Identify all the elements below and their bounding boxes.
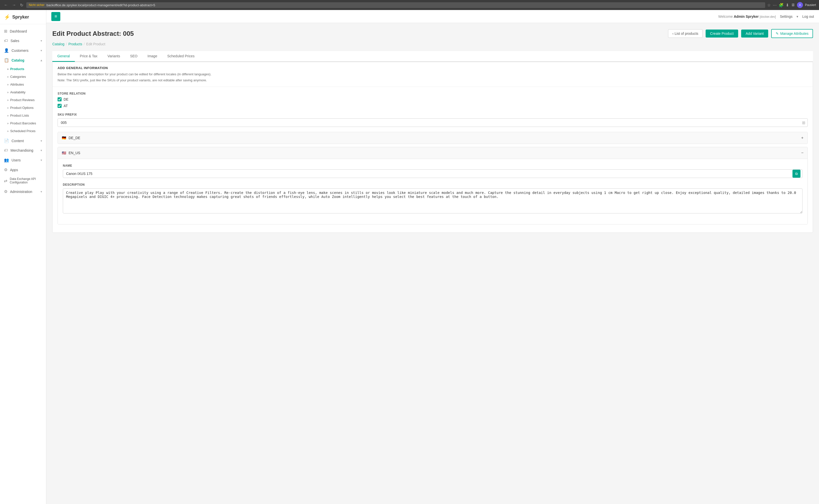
checkbox-de-input[interactable] (58, 97, 62, 101)
manage-attributes-button[interactable]: ✎ Manage Attributes (771, 29, 813, 38)
locale-en-us-body: NAME ⧉ DESCRIPTION (58, 159, 807, 224)
logout-link[interactable]: Log out (802, 15, 814, 19)
sidebar-sub-label: Availability (10, 90, 26, 94)
chevron-down-icon: ▾ (41, 158, 42, 162)
tabs-bar: General Price & Tax Variants SEO Image S… (52, 51, 813, 62)
sidebar-item-products[interactable]: » Products (0, 65, 46, 73)
sidebar-item-label: Users (12, 158, 21, 162)
app-layout: ⚡ Spryker ⊞ Dashboard 🏷 Sales ▾ 👤 Custom… (0, 10, 819, 504)
sidebar-item-users[interactable]: 👥 Users ▾ (0, 155, 46, 165)
description-textarea[interactable]: Creative play Play with your creativity … (63, 188, 802, 213)
url-bar[interactable]: Nicht sicher backoffice.de.spryker.local… (26, 2, 765, 8)
back-button[interactable]: ← (3, 2, 9, 8)
catalog-icon: 📋 (4, 58, 9, 63)
sidebar-item-data-exchange[interactable]: ⇄ Data Exchange API Configuration (0, 175, 46, 187)
sidebar-item-attributes[interactable]: » Attributes (0, 81, 46, 88)
sku-prefix-label: SKU PREFIX (58, 113, 808, 116)
tab-price-tax[interactable]: Price & Tax (75, 51, 103, 62)
sidebar-sub-label: Product Reviews (10, 98, 35, 102)
forward-button[interactable]: → (11, 2, 17, 8)
chevron-right-icon: » (7, 83, 9, 86)
section-title: ADD GENERAL INFORMATION (58, 66, 808, 70)
sidebar-sub-label: Product Barcodes (10, 121, 36, 125)
locale-de-de-header[interactable]: 🇩🇪 DE_DE + (58, 132, 807, 144)
chevron-down-icon: ▾ (41, 149, 42, 152)
chevron-right-icon: » (7, 106, 9, 110)
tab-variants[interactable]: Variants (102, 51, 125, 62)
locale-en-us-header[interactable]: 🇺🇸 EN_US − (58, 147, 807, 159)
sidebar-item-content[interactable]: 📄 Content ▾ (0, 136, 46, 146)
apps-icon: ⚙ (4, 167, 8, 172)
sidebar-item-product-reviews[interactable]: » Product Reviews (0, 96, 46, 104)
sidebar-item-product-lists[interactable]: » Product Lists (0, 112, 46, 119)
sidebar-item-dashboard[interactable]: ⊞ Dashboard (0, 26, 46, 36)
add-variant-button[interactable]: Add Variant (741, 30, 768, 38)
data-exchange-icon: ⇄ (4, 178, 7, 183)
checkbox-de-label: DE (64, 97, 68, 101)
checkbox-at-input[interactable] (58, 104, 62, 108)
sidebar-logo: ⚡ Spryker (0, 10, 46, 24)
page-header: Edit Product Abstract: 005 ‹ List of pro… (52, 29, 813, 38)
sidebar-item-product-options[interactable]: » Product Options (0, 104, 46, 112)
breadcrumb-catalog[interactable]: Catalog (52, 42, 64, 46)
sidebar-item-categories[interactable]: » Categories (0, 73, 46, 81)
sidebar-item-administration[interactable]: ⚙ Administration ▾ (0, 187, 46, 196)
logo-icon: ⚡ (4, 14, 10, 20)
sidebar-item-label: Merchandising (11, 148, 33, 152)
breadcrumb-products[interactable]: Products (68, 42, 82, 46)
sidebar-item-customers[interactable]: 👤 Customers ▾ (0, 46, 46, 55)
bookmark-icon[interactable]: ☆ (767, 3, 771, 8)
profile-avatar[interactable]: A (797, 2, 803, 8)
sidebar-item-apps[interactable]: ⚙ Apps (0, 165, 46, 175)
menu-toggle-button[interactable]: ≡ (51, 12, 60, 21)
create-product-button[interactable]: Create Product (706, 30, 738, 38)
sku-prefix-input[interactable] (58, 118, 808, 127)
settings-link[interactable]: Settings (780, 15, 793, 19)
logo-text: Spryker (12, 15, 29, 20)
edit-icon: ✎ (776, 32, 779, 36)
browser-actions: ☆ ⋯ 🧩 ⬇ 🖥 A Pausiert (767, 2, 816, 8)
tab-image[interactable]: Image (142, 51, 162, 62)
users-icon: 👥 (4, 158, 9, 162)
reload-button[interactable]: ↻ (19, 2, 24, 9)
list-of-products-button[interactable]: ‹ List of products (668, 29, 703, 38)
sidebar-item-product-barcodes[interactable]: » Product Barcodes (0, 119, 46, 127)
top-header: ≡ Welcome Admin Spryker [docker.dev] Set… (46, 10, 819, 23)
sidebar-item-label: Administration (10, 190, 32, 194)
checkbox-de[interactable]: DE (58, 97, 808, 101)
store-relation-section: STORE RELATION DE AT (58, 92, 808, 108)
name-group: NAME ⧉ (63, 164, 802, 178)
sales-icon: 🏷 (4, 39, 8, 43)
minus-icon: − (801, 151, 803, 155)
sidebar-item-scheduled-prices[interactable]: » Scheduled Prices (0, 127, 46, 135)
tab-seo[interactable]: SEO (125, 51, 143, 62)
extensions-icon[interactable]: ⋯ (773, 3, 777, 8)
download-icon[interactable]: ⬇ (786, 3, 789, 8)
sidebar-item-label: Content (12, 139, 24, 143)
page-title: Edit Product Abstract: 005 (52, 30, 665, 38)
security-warning: Nicht sicher (29, 3, 45, 7)
breadcrumb-current: Edit Product (86, 42, 105, 46)
sidebar-item-merchandising[interactable]: 🏷 Merchandising ▾ (0, 146, 46, 155)
tab-general[interactable]: General (52, 51, 75, 62)
sidebar-item-label: Data Exchange API Configuration (10, 177, 42, 184)
sidebar-sub-label: Product Lists (10, 114, 29, 117)
sidebar-item-availability[interactable]: » Availability (0, 88, 46, 96)
tab-scheduled-prices[interactable]: Scheduled Prices (162, 51, 199, 62)
sidebar-item-label: Dashboard (10, 29, 27, 33)
en-us-code: EN_US (69, 151, 80, 155)
chevron-right-icon: » (7, 98, 9, 102)
sidebar-item-sales[interactable]: 🏷 Sales ▾ (0, 36, 46, 46)
puzzle-icon[interactable]: 🧩 (779, 3, 784, 8)
sidebar-item-label: Customers (12, 49, 29, 53)
chevron-down-icon: ▾ (41, 190, 42, 193)
de-de-code: DE_DE (69, 136, 80, 140)
copy-icon[interactable]: ⧉ (792, 170, 800, 178)
sku-prefix-group: SKU PREFIX ⊞ (58, 113, 808, 127)
sidebar-item-catalog[interactable]: 📋 Catalog ▴ (0, 55, 46, 65)
name-input[interactable] (63, 169, 802, 178)
profile-icon[interactable]: 🖥 (791, 3, 795, 7)
checkbox-at-label: AT (64, 104, 68, 108)
copy-symbol: ⧉ (795, 172, 798, 176)
checkbox-at[interactable]: AT (58, 104, 808, 108)
